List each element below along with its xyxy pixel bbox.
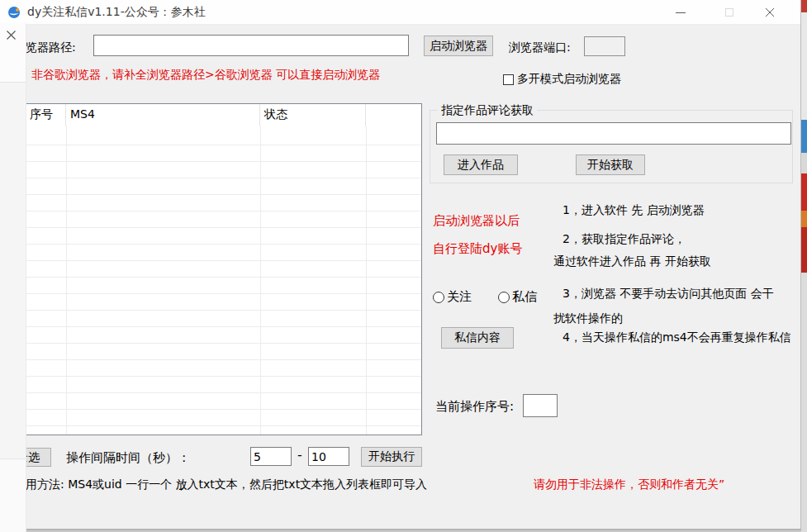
background-window-strip	[801, 0, 807, 532]
titlebar: dy关注私信v1.11-公众号：参木社	[0, 0, 800, 25]
disclaimer-text: 请勿用于非法操作，否则和作者无关”	[534, 477, 724, 492]
overlay-close-button[interactable]	[3, 27, 18, 42]
instruction-line-2: 2，获取指定作品评论，	[563, 232, 686, 247]
radio-icon[interactable]	[498, 292, 510, 303]
app-icon	[7, 6, 21, 19]
strip-segment	[801, 173, 807, 211]
interval-max-input[interactable]	[308, 447, 349, 466]
interval-label: 操作间隔时间（秒）：	[66, 450, 190, 466]
checkbox-icon[interactable]	[503, 74, 514, 85]
interval-min-input[interactable]	[250, 447, 292, 466]
work-url-input[interactable]	[436, 122, 791, 145]
login-notice-line2: 自行登陆dy账号	[433, 241, 522, 257]
strip-segment	[801, 273, 807, 532]
app-window: dy关注私信v1.11-公众号：参木社 浏览器路径: 启动浏览器 浏览器端口: …	[0, 0, 801, 530]
window-bottom-border	[0, 529, 801, 530]
table-column-line	[66, 126, 67, 435]
browser-port-label: 浏览器端口:	[509, 40, 571, 55]
pm-content-button[interactable]: 私信内容	[441, 327, 514, 349]
column-header-status[interactable]: 状态	[260, 104, 366, 126]
overlay-bottom-section	[0, 458, 26, 532]
comment-fetch-group-title: 指定作品评论获取	[438, 103, 537, 118]
left-overlay-panel	[0, 23, 26, 532]
browser-warning-text: 非谷歌浏览器，请补全浏览器路径>谷歌浏览器 可以直接启动浏览器	[31, 68, 380, 83]
instruction-line-2b: 通过软件进入作品 再 开始获取	[553, 254, 711, 269]
window-title: dy关注私信v1.11-公众号：参木社	[27, 5, 206, 20]
column-header-extra[interactable]	[366, 104, 421, 126]
instruction-line-4: 4，当天操作私信的ms4不会再重复操作私信	[563, 330, 791, 345]
private-message-radio[interactable]: 私信	[498, 289, 537, 305]
radio-icon[interactable]	[433, 292, 444, 303]
multi-open-checkbox-row[interactable]: 多开模式启动浏览器	[503, 72, 621, 87]
close-button[interactable]	[751, 0, 789, 25]
browser-path-input[interactable]	[93, 35, 409, 56]
minimize-button[interactable]	[662, 0, 700, 25]
instruction-line-1: 1，进入软件 先 启动浏览器	[563, 203, 705, 218]
strip-segment	[801, 0, 807, 12]
table-header-row: 序号 MS4 状态	[26, 104, 421, 126]
maximize-icon	[725, 8, 733, 17]
pm-radio-label: 私信	[512, 289, 537, 305]
strip-segment	[801, 211, 807, 227]
ms4-list-table[interactable]: 序号 MS4 状态	[25, 103, 422, 435]
strip-segment	[801, 120, 807, 153]
usage-instructions-text: 使用方法: MS4或uid 一行一个 放入txt文本，然后把txt文本拖入列表框…	[14, 477, 427, 492]
close-icon	[765, 7, 775, 17]
instruction-line-3: 3，浏览器 不要手动去访问其他页面 会干	[563, 287, 774, 302]
multi-open-label: 多开模式启动浏览器	[517, 72, 621, 87]
follow-radio-label: 关注	[447, 289, 472, 305]
table-column-line	[366, 126, 367, 435]
strip-segment	[801, 12, 807, 120]
browser-port-input[interactable]	[584, 36, 625, 56]
follow-radio[interactable]: 关注	[433, 289, 472, 305]
maximize-button[interactable]	[710, 0, 748, 25]
desktop: dy关注私信v1.11-公众号：参木社 浏览器路径: 启动浏览器 浏览器端口: …	[0, 0, 807, 532]
column-header-index[interactable]: 序号	[26, 104, 66, 126]
login-notice-line1: 启动浏览器以后	[433, 213, 520, 229]
instruction-line-3b: 扰软件操作的	[553, 311, 623, 326]
start-execute-button[interactable]: 开始执行	[361, 447, 422, 467]
enter-work-button[interactable]: 进入作品	[444, 154, 518, 175]
start-fetch-button[interactable]: 开始获取	[576, 154, 645, 175]
interval-separator: -	[297, 447, 302, 463]
overlay-top-section	[0, 23, 26, 83]
table-column-line	[260, 126, 261, 435]
close-icon	[6, 30, 17, 40]
current-op-label: 当前操作序号:	[435, 399, 514, 415]
launch-browser-button[interactable]: 启动浏览器	[424, 36, 493, 56]
strip-segment	[801, 227, 807, 273]
table-body[interactable]	[26, 129, 421, 435]
strip-segment	[801, 153, 807, 173]
column-header-ms4[interactable]: MS4	[66, 104, 260, 126]
current-op-input[interactable]	[523, 394, 558, 417]
minimize-icon	[676, 12, 686, 13]
